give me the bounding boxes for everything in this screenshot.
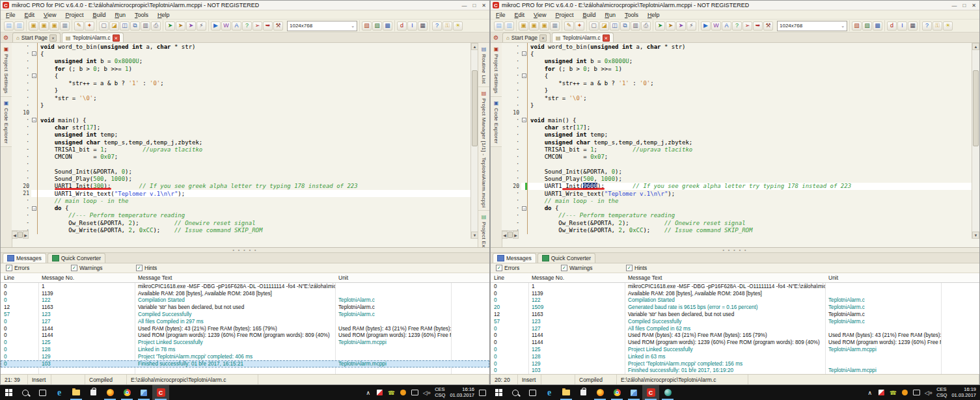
menu-project[interactable]: Project <box>65 12 83 18</box>
assembly-icon[interactable]: A <box>232 21 241 31</box>
scroll-left-icon[interactable]: ◀ <box>502 231 508 239</box>
code-line[interactable]: · char str[17]; <box>12 124 470 131</box>
message-row[interactable]: 01144Used RAM (bytes): 43 (21%) Free RAM… <box>491 332 979 340</box>
assembly-icon[interactable]: A <box>722 21 731 31</box>
ascii-chart-icon[interactable]: d <box>887 21 897 31</box>
tab-quick-converter[interactable]: Quick Converter <box>48 253 105 263</box>
close-button[interactable]: ✕ <box>972 3 976 8</box>
message-row[interactable]: 01mikroCPIC1618.exe -MSF -DBG -pP16F628A… <box>1 283 489 290</box>
debugger-icon[interactable]: ▶ <box>211 21 221 31</box>
save-project-icon[interactable]: ▣ <box>49 21 59 31</box>
panel-splitter[interactable]: ▪ ▪ ▪ ▪ ▪ <box>491 248 979 253</box>
project-settings-corner-icon[interactable]: ⚙ <box>2 34 10 42</box>
udp-terminal-icon[interactable]: ▦ <box>908 21 918 31</box>
message-row[interactable]: 57123Compiled SuccessfullyTeplotniAlarm.… <box>1 311 489 318</box>
editor-vscrollbar[interactable]: ▲▼ <box>972 43 979 239</box>
message-row[interactable]: 0129Project 'TeplotniAlarm.mcppi' comple… <box>1 353 489 360</box>
code-line[interactable]: · Sound_Play(500, 1000); <box>502 175 972 182</box>
dock-tab-code-explorer[interactable]: ▣Code Explorer <box>491 97 502 147</box>
tab-messages[interactable]: Messages <box>493 253 536 263</box>
language-indicator[interactable]: CESCSQ <box>936 387 947 398</box>
minimize-button[interactable]: — <box>951 3 957 8</box>
code-line[interactable]: ·− { <box>502 72 972 79</box>
checkbox-warnings[interactable]: ✓ <box>561 265 567 271</box>
code-line[interactable]: · // main loop - in the <box>12 197 470 204</box>
update-tray-icon[interactable] <box>901 389 908 396</box>
new-file-icon[interactable]: ▢ <box>589 21 599 31</box>
code-line[interactable]: · //--- Perform temperature reading <box>502 212 972 219</box>
edit-display-icon[interactable]: ▧ <box>362 21 372 31</box>
open-file-icon[interactable]: ◪ <box>599 21 609 31</box>
scroll-right-icon[interactable]: ▶ <box>23 231 29 239</box>
message-row[interactable]: 0129Project 'TeplotniAlarm.mcppi' comple… <box>491 360 979 367</box>
program-icon[interactable]: ⚡ <box>687 21 696 31</box>
code-line[interactable]: · //--- Perform temperature reading <box>12 212 470 219</box>
code-line[interactable]: ·− do { <box>12 205 470 212</box>
menu-edit[interactable]: Edit <box>515 12 525 18</box>
tab-messages[interactable]: Messages <box>3 253 46 263</box>
phone-tray-icon[interactable]: ☎ <box>890 389 897 396</box>
build-and-program-icon[interactable]: ➤ <box>186 21 196 31</box>
help-icon[interactable]: ? <box>432 21 442 31</box>
program-icon[interactable]: ⚡ <box>197 21 206 31</box>
code-line[interactable]: ·− { <box>12 72 470 79</box>
message-row[interactable]: 121163Variable 'str' has been declared, … <box>1 304 489 311</box>
watch-window-icon[interactable]: W <box>711 21 721 31</box>
firefox-icon[interactable] <box>102 385 118 400</box>
volume-tray-icon[interactable]: ◁» <box>423 389 430 396</box>
lcd-icon[interactable]: ▩ <box>383 21 392 31</box>
fold-collapse-icon[interactable]: − <box>32 118 36 122</box>
code-line[interactable]: · } <box>12 87 470 94</box>
code-line[interactable]: · *str = '\0'; <box>12 94 470 101</box>
build-icon[interactable]: ➤ <box>165 21 175 31</box>
new-project-icon[interactable]: ▣ <box>29 21 38 31</box>
language-indicator[interactable]: CESCSQ <box>435 387 445 398</box>
code-line[interactable]: · unsigned char temp_s,temp_d,temp_j,zby… <box>12 139 470 146</box>
search-button[interactable] <box>17 385 34 400</box>
fold-collapse-icon[interactable]: − <box>32 51 36 56</box>
tab-close-icon[interactable]: ✕ <box>49 34 57 42</box>
message-row[interactable]: 01139Available RAM: 208 [bytes], Availab… <box>491 290 979 297</box>
message-row[interactable]: 0128Linked in 63 ms <box>491 353 979 360</box>
fold-collapse-icon[interactable]: − <box>522 206 526 211</box>
code-line[interactable]: · Ow_Write(&PORTA, 2, 0xCC); // Issue co… <box>12 226 470 233</box>
code-line[interactable]: · <box>502 161 972 168</box>
scroll-up-icon[interactable]: ▲ <box>972 43 979 50</box>
code-line[interactable]: - Ow_Reset(&PORTA, 2); // Onewire reset … <box>12 219 470 226</box>
scroll-right-icon[interactable]: ▶ <box>513 231 519 239</box>
search-button[interactable] <box>507 385 524 400</box>
code-line[interactable]: · } <box>502 87 972 94</box>
glcd-icon[interactable]: ▨ <box>862 21 872 31</box>
code-line[interactable]: - TRISA1_bit = 1; //uprava tlacitko <box>502 146 972 153</box>
code-line[interactable]: · Sound_Init(&PORTA, 0); <box>502 168 972 175</box>
message-row[interactable]: 57123Compiled SuccessfullyTeplotniAlarm.… <box>491 318 979 325</box>
menu-build[interactable]: Build <box>582 12 595 18</box>
code-line[interactable]: · Sound_Init(&PORTA, 0); <box>12 168 470 175</box>
options-icon[interactable]: ⚒ <box>273 21 283 31</box>
open-project-icon[interactable]: ▣ <box>529 21 539 31</box>
watch-window-icon[interactable]: W <box>221 21 231 31</box>
code-line[interactable]: 10 <box>12 109 470 116</box>
tab-close-icon[interactable]: ✕ <box>603 34 610 42</box>
code-line[interactable]: · *str = '\0'; <box>502 94 972 101</box>
jump-icon[interactable]: ➢ <box>252 21 262 31</box>
network-tray-icon[interactable] <box>411 389 418 396</box>
close-project-icon[interactable]: ▦ <box>60 21 70 31</box>
ascii-chart-icon[interactable]: d <box>397 21 407 31</box>
hscroll-thumb[interactable] <box>508 232 513 238</box>
code-line[interactable]: ·− do { <box>502 205 972 212</box>
open-file-icon[interactable]: ◪ <box>109 21 119 31</box>
message-row[interactable]: 01mikroCPIC1618.exe -MSF -DBG -pP16F628A… <box>491 283 979 290</box>
copy-icon[interactable]: ▥ <box>504 21 514 31</box>
copy-icon[interactable]: ▥ <box>14 21 24 31</box>
menu-view[interactable]: View <box>534 12 546 18</box>
clean-project-folders-icon[interactable]: ✦ <box>575 21 584 31</box>
message-row[interactable]: 0122Compilation StartedTeplotniAlarm.c <box>1 297 489 304</box>
paint3d-icon[interactable] <box>135 385 152 400</box>
message-row[interactable]: 0127All files Compiled in 62 ms <box>491 325 979 332</box>
menu-edit[interactable]: Edit <box>25 12 35 18</box>
maximize-button[interactable]: □ <box>472 3 476 8</box>
hscroll-thumb[interactable] <box>18 232 23 238</box>
code-line[interactable]: ·void word_to_bin(unsigned int a, char *… <box>12 43 470 50</box>
save-file-icon[interactable]: ◫ <box>120 21 129 31</box>
